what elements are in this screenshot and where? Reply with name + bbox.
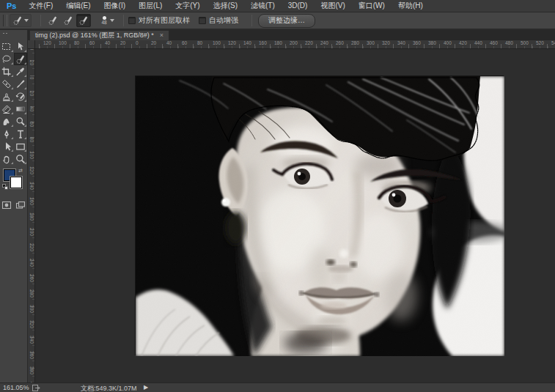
color-swatches: ⇄	[0, 167, 27, 196]
lasso-tool-button[interactable]	[0, 53, 14, 65]
status-bar: 161.05% 文档:549.3K/1.07M ▶	[0, 382, 555, 392]
menu-item-8[interactable]: 3D(D)	[282, 0, 315, 12]
history-brush-tool-button[interactable]	[14, 90, 28, 103]
path-selection-tool-button[interactable]	[0, 140, 14, 152]
tool-flyout-icon	[11, 112, 13, 114]
rectangular-marquee-tool-button[interactable]	[0, 40, 14, 53]
menu-item-7[interactable]: 滤镜(T)	[244, 0, 282, 12]
h-ruler-label: 100	[213, 40, 221, 45]
hand-tool-button[interactable]	[0, 152, 14, 165]
horizontal-ruler[interactable]: 1201008060402002040608010012014016018020…	[28, 40, 555, 49]
brush-size-value: 48	[101, 21, 106, 25]
add-to-selection-button[interactable]	[61, 14, 76, 27]
tools-panel-header[interactable]	[0, 30, 27, 40]
v-ruler-label: 180	[29, 212, 34, 222]
auto-enhance-option: 自动增强	[199, 15, 238, 26]
tool-flyout-icon	[11, 100, 13, 102]
menu-item-9[interactable]: 视图(V)	[314, 0, 351, 12]
menu-item-10[interactable]: 窗口(W)	[352, 0, 392, 12]
h-ruler-label: 460	[490, 40, 498, 45]
options-bar-grip[interactable]	[3, 15, 7, 26]
move-tool-button[interactable]	[14, 40, 28, 53]
document-canvas[interactable]	[135, 75, 504, 355]
menu-item-2[interactable]: 编辑(E)	[59, 0, 97, 12]
quick-selection-icon	[12, 15, 23, 26]
separator	[251, 15, 252, 26]
h-ruler-label: 320	[382, 40, 390, 45]
menu-item-4[interactable]: 图层(L)	[132, 0, 169, 12]
tool-flyout-icon	[11, 149, 13, 152]
v-ruler-label: 60	[29, 119, 34, 130]
menu-item-5[interactable]: 文字(Y)	[169, 0, 206, 12]
brush-tool-button[interactable]	[14, 78, 28, 90]
canvas-workspace[interactable]: 4020020406080100120140160180200220240260…	[28, 49, 555, 382]
zoom-level-field[interactable]: 161.05%	[3, 384, 29, 391]
healing-brush-tool-button[interactable]	[0, 78, 14, 90]
separator	[123, 15, 124, 26]
h-ruler-label: 400	[444, 40, 452, 45]
menu-item-3[interactable]: 图像(I)	[98, 0, 132, 12]
h-ruler-label: 60	[182, 40, 187, 45]
zoom-tool-button[interactable]	[14, 152, 28, 165]
h-ruler-label: 520	[536, 40, 544, 45]
v-ruler-label: 260	[29, 273, 34, 284]
dodge-tool-button[interactable]	[14, 115, 28, 127]
tool-row	[0, 40, 27, 53]
sample-all-layers-checkbox[interactable]	[128, 17, 136, 24]
v-ruler-label: 20	[29, 89, 34, 99]
swap-colors-icon[interactable]: ⇄	[18, 168, 23, 174]
document-size-info[interactable]: 文档:549.3K/1.07M	[81, 384, 137, 392]
quick-selection-icon	[78, 15, 89, 26]
menu-item-6[interactable]: 选择(S)	[207, 0, 244, 12]
tab-close-icon[interactable]: ×	[160, 32, 163, 39]
tool-row	[0, 127, 27, 140]
brush-preview: 48	[98, 16, 110, 25]
smudge-tool-button[interactable]	[0, 115, 14, 127]
tool-options-bar: 48 对所有图层取样 自动增强 调整边缘…	[0, 12, 555, 29]
new-selection-button[interactable]	[45, 14, 60, 27]
tool-preset-picker[interactable]	[10, 14, 32, 27]
document-tab[interactable]: timg (2).psd @ 161% (图层 1, RGB/8#) * ×	[29, 30, 169, 40]
type-tool-button[interactable]	[14, 127, 28, 140]
status-expand-arrow[interactable]: ▶	[144, 384, 148, 391]
ruler-origin-corner[interactable]	[28, 40, 35, 49]
brush-size-picker[interactable]: 48	[97, 15, 116, 26]
h-ruler-label: 20	[120, 40, 125, 45]
shape-tool-button[interactable]	[14, 140, 28, 152]
photoshop-logo: Ps	[0, 1, 22, 10]
h-ruler-label: 500	[521, 40, 529, 45]
h-ruler-label: 360	[413, 40, 421, 45]
v-ruler-label: 380	[29, 366, 34, 376]
quick-selection-tool-button[interactable]	[14, 53, 28, 65]
subtract-from-selection-button[interactable]	[76, 14, 91, 27]
menu-item-1[interactable]: 文件(F)	[22, 0, 59, 12]
document-tab-bar: timg (2).psd @ 161% (图层 1, RGB/8#) * ×	[28, 30, 555, 40]
refine-edge-button[interactable]: 调整边缘…	[258, 14, 315, 28]
menu-item-11[interactable]: 帮助(H)	[392, 0, 430, 12]
quick-selection-icon	[63, 15, 73, 26]
v-ruler-label: 80	[29, 135, 34, 145]
quick-mask-button[interactable]	[1, 201, 12, 210]
h-ruler-label: 20	[151, 40, 156, 45]
h-ruler-label: 80	[74, 40, 79, 45]
quick-mask-icon	[1, 201, 12, 210]
screen-mode-button[interactable]	[15, 201, 26, 210]
background-color-swatch[interactable]	[10, 177, 22, 188]
tool-flyout-icon	[11, 50, 13, 52]
eraser-tool-button[interactable]	[0, 103, 14, 115]
tool-flyout-icon	[11, 75, 13, 77]
crop-tool-button[interactable]	[0, 65, 14, 78]
pen-tool-button[interactable]	[0, 127, 14, 140]
auto-enhance-checkbox[interactable]	[199, 17, 206, 24]
tool-row	[0, 53, 27, 65]
v-ruler-label: 160	[29, 196, 34, 207]
gradient-tool-button[interactable]	[14, 103, 28, 115]
default-colors-icon[interactable]	[2, 184, 9, 191]
chevron-down-icon	[24, 19, 29, 22]
eyedropper-tool-button[interactable]	[14, 65, 28, 78]
v-ruler-label: 120	[29, 166, 34, 176]
h-ruler-label: 120	[43, 40, 51, 45]
clone-stamp-tool-button[interactable]	[0, 90, 14, 103]
tool-row	[0, 140, 27, 152]
vertical-ruler[interactable]: 4020020406080100120140160180200220240260…	[28, 49, 35, 382]
